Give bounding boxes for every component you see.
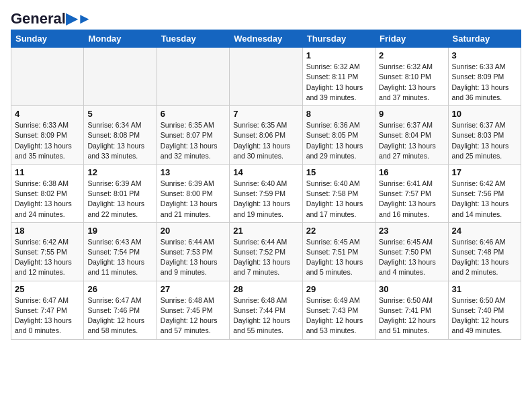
day-info: Sunrise: 6:40 AM Sunset: 7:59 PM Dayligh…	[233, 179, 298, 220]
day-info: Sunrise: 6:35 AM Sunset: 8:07 PM Dayligh…	[161, 120, 226, 161]
logo-blue-text: ►	[77, 10, 92, 27]
day-number: 11	[15, 167, 80, 177]
logo-text: General▶►	[11, 11, 92, 27]
day-number: 26	[87, 284, 152, 294]
calendar-cell	[84, 48, 157, 106]
day-info: Sunrise: 6:35 AM Sunset: 8:06 PM Dayligh…	[233, 120, 298, 161]
calendar-cell: 2Sunrise: 6:32 AM Sunset: 8:10 PM Daylig…	[375, 48, 448, 106]
day-info: Sunrise: 6:37 AM Sunset: 8:04 PM Dayligh…	[379, 120, 444, 161]
day-number: 18	[15, 226, 80, 236]
calendar-cell: 23Sunrise: 6:45 AM Sunset: 7:50 PM Dayli…	[375, 222, 448, 281]
weekday-header-sunday: Sunday	[11, 30, 84, 48]
calendar-cell: 21Sunrise: 6:44 AM Sunset: 7:52 PM Dayli…	[230, 222, 302, 281]
calendar-cell	[11, 48, 84, 106]
day-info: Sunrise: 6:47 AM Sunset: 7:46 PM Dayligh…	[87, 295, 152, 336]
weekday-header-monday: Monday	[84, 30, 157, 48]
calendar-cell: 30Sunrise: 6:50 AM Sunset: 7:41 PM Dayli…	[375, 281, 448, 339]
day-number: 17	[452, 167, 517, 177]
calendar-cell: 28Sunrise: 6:48 AM Sunset: 7:44 PM Dayli…	[230, 281, 302, 339]
week-row-2: 4Sunrise: 6:33 AM Sunset: 8:09 PM Daylig…	[11, 106, 521, 165]
calendar-cell: 13Sunrise: 6:39 AM Sunset: 8:00 PM Dayli…	[157, 164, 229, 222]
weekday-header-wednesday: Wednesday	[230, 30, 302, 48]
calendar-cell: 19Sunrise: 6:43 AM Sunset: 7:54 PM Dayli…	[84, 222, 157, 281]
day-number: 4	[15, 109, 80, 119]
day-info: Sunrise: 6:39 AM Sunset: 8:00 PM Dayligh…	[161, 179, 226, 220]
calendar-cell: 26Sunrise: 6:47 AM Sunset: 7:46 PM Dayli…	[84, 281, 157, 339]
weekday-header-thursday: Thursday	[302, 30, 375, 48]
day-number: 27	[161, 284, 226, 294]
calendar-cell: 12Sunrise: 6:39 AM Sunset: 8:01 PM Dayli…	[84, 164, 157, 222]
calendar-cell: 11Sunrise: 6:38 AM Sunset: 8:02 PM Dayli…	[11, 164, 84, 222]
calendar-cell: 9Sunrise: 6:37 AM Sunset: 8:04 PM Daylig…	[375, 106, 448, 165]
weekday-header-saturday: Saturday	[448, 30, 521, 48]
calendar-cell: 18Sunrise: 6:42 AM Sunset: 7:55 PM Dayli…	[11, 222, 84, 281]
calendar-cell: 5Sunrise: 6:34 AM Sunset: 8:08 PM Daylig…	[84, 106, 157, 165]
day-number: 9	[379, 109, 444, 119]
day-info: Sunrise: 6:43 AM Sunset: 7:54 PM Dayligh…	[87, 237, 152, 278]
day-info: Sunrise: 6:50 AM Sunset: 7:40 PM Dayligh…	[452, 295, 517, 336]
day-number: 31	[452, 284, 517, 294]
day-info: Sunrise: 6:44 AM Sunset: 7:52 PM Dayligh…	[233, 237, 298, 278]
day-number: 30	[379, 284, 444, 294]
day-info: Sunrise: 6:46 AM Sunset: 7:48 PM Dayligh…	[452, 237, 517, 278]
day-number: 5	[87, 109, 152, 119]
day-number: 6	[161, 109, 226, 119]
day-info: Sunrise: 6:48 AM Sunset: 7:45 PM Dayligh…	[161, 295, 226, 336]
week-row-3: 11Sunrise: 6:38 AM Sunset: 8:02 PM Dayli…	[11, 164, 521, 222]
calendar-cell: 10Sunrise: 6:37 AM Sunset: 8:03 PM Dayli…	[448, 106, 521, 165]
weekday-header-tuesday: Tuesday	[157, 30, 229, 48]
calendar-cell: 24Sunrise: 6:46 AM Sunset: 7:48 PM Dayli…	[448, 222, 521, 281]
logo-general: General▶	[11, 10, 77, 27]
weekday-header-row: SundayMondayTuesdayWednesdayThursdayFrid…	[11, 30, 521, 48]
day-number: 14	[233, 167, 298, 177]
calendar-cell	[157, 48, 229, 106]
calendar-cell: 31Sunrise: 6:50 AM Sunset: 7:40 PM Dayli…	[448, 281, 521, 339]
calendar-cell: 17Sunrise: 6:42 AM Sunset: 7:56 PM Dayli…	[448, 164, 521, 222]
day-number: 10	[452, 109, 517, 119]
calendar-cell: 16Sunrise: 6:41 AM Sunset: 7:57 PM Dayli…	[375, 164, 448, 222]
day-number: 23	[379, 226, 444, 236]
calendar-cell: 7Sunrise: 6:35 AM Sunset: 8:06 PM Daylig…	[230, 106, 302, 165]
day-number: 8	[306, 109, 371, 119]
day-info: Sunrise: 6:33 AM Sunset: 8:09 PM Dayligh…	[15, 120, 80, 161]
day-info: Sunrise: 6:34 AM Sunset: 8:08 PM Dayligh…	[87, 120, 152, 161]
day-info: Sunrise: 6:41 AM Sunset: 7:57 PM Dayligh…	[379, 179, 444, 220]
calendar-cell: 27Sunrise: 6:48 AM Sunset: 7:45 PM Dayli…	[157, 281, 229, 339]
day-info: Sunrise: 6:45 AM Sunset: 7:50 PM Dayligh…	[379, 237, 444, 278]
day-info: Sunrise: 6:42 AM Sunset: 7:55 PM Dayligh…	[15, 237, 80, 278]
calendar-cell: 6Sunrise: 6:35 AM Sunset: 8:07 PM Daylig…	[157, 106, 229, 165]
calendar-cell: 14Sunrise: 6:40 AM Sunset: 7:59 PM Dayli…	[230, 164, 302, 222]
day-info: Sunrise: 6:33 AM Sunset: 8:09 PM Dayligh…	[452, 62, 517, 103]
day-number: 19	[87, 226, 152, 236]
day-info: Sunrise: 6:49 AM Sunset: 7:43 PM Dayligh…	[306, 295, 371, 336]
day-info: Sunrise: 6:32 AM Sunset: 8:11 PM Dayligh…	[306, 62, 371, 103]
day-info: Sunrise: 6:42 AM Sunset: 7:56 PM Dayligh…	[452, 179, 517, 220]
day-info: Sunrise: 6:40 AM Sunset: 7:58 PM Dayligh…	[306, 179, 371, 220]
day-number: 25	[15, 284, 80, 294]
day-number: 1	[306, 50, 371, 60]
day-info: Sunrise: 6:39 AM Sunset: 8:01 PM Dayligh…	[87, 179, 152, 220]
logo: General▶►	[11, 11, 92, 24]
calendar-cell: 20Sunrise: 6:44 AM Sunset: 7:53 PM Dayli…	[157, 222, 229, 281]
day-number: 29	[306, 284, 371, 294]
calendar-cell: 22Sunrise: 6:45 AM Sunset: 7:51 PM Dayli…	[302, 222, 375, 281]
day-number: 20	[161, 226, 226, 236]
day-info: Sunrise: 6:36 AM Sunset: 8:05 PM Dayligh…	[306, 120, 371, 161]
day-number: 7	[233, 109, 298, 119]
week-row-5: 25Sunrise: 6:47 AM Sunset: 7:47 PM Dayli…	[11, 281, 521, 339]
day-number: 15	[306, 167, 371, 177]
calendar-cell: 8Sunrise: 6:36 AM Sunset: 8:05 PM Daylig…	[302, 106, 375, 165]
calendar-cell: 1Sunrise: 6:32 AM Sunset: 8:11 PM Daylig…	[302, 48, 375, 106]
day-info: Sunrise: 6:50 AM Sunset: 7:41 PM Dayligh…	[379, 295, 444, 336]
weekday-header-friday: Friday	[375, 30, 448, 48]
page-header: General▶►	[11, 11, 521, 24]
day-number: 24	[452, 226, 517, 236]
day-info: Sunrise: 6:44 AM Sunset: 7:53 PM Dayligh…	[161, 237, 226, 278]
day-number: 16	[379, 167, 444, 177]
day-number: 22	[306, 226, 371, 236]
calendar-cell: 29Sunrise: 6:49 AM Sunset: 7:43 PM Dayli…	[302, 281, 375, 339]
day-number: 13	[161, 167, 226, 177]
calendar-cell: 15Sunrise: 6:40 AM Sunset: 7:58 PM Dayli…	[302, 164, 375, 222]
day-info: Sunrise: 6:38 AM Sunset: 8:02 PM Dayligh…	[15, 179, 80, 220]
day-info: Sunrise: 6:47 AM Sunset: 7:47 PM Dayligh…	[15, 295, 80, 336]
